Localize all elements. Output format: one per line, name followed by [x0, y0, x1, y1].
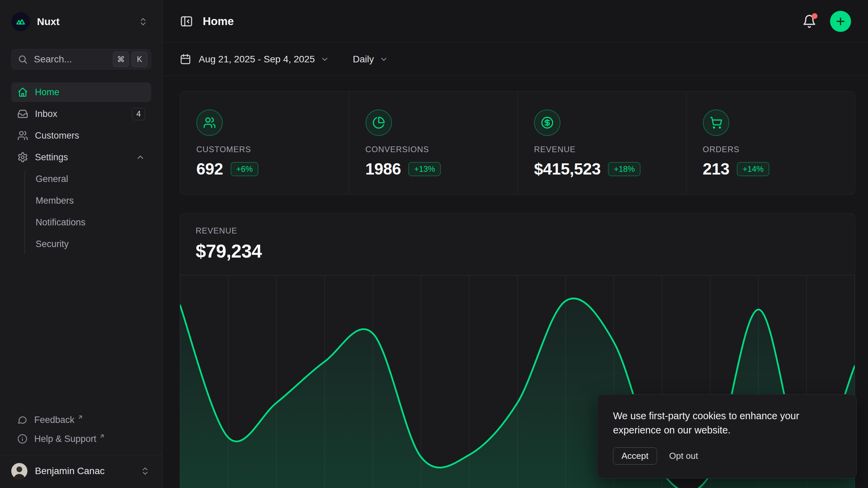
inbox-icon [17, 108, 28, 119]
accept-button[interactable]: Accept [613, 447, 657, 465]
settings-subnav: General Members Notifications Security [11, 169, 151, 256]
revenue-chart-header: REVENUE $79,234 [180, 214, 855, 262]
sidebar-item-label: Customers [35, 130, 79, 141]
stat-label: ORDERS [703, 145, 845, 154]
stat-label: CUSTOMERS [196, 145, 339, 154]
sidebar-nav: Home Inbox 4 Customers Settings [11, 82, 151, 258]
pie-chart-icon [366, 109, 392, 136]
stat-card-conversions[interactable]: CONVERSIONS 1986 +13% [349, 92, 518, 195]
chevrons-up-down-icon [138, 17, 148, 26]
message-circle-icon [17, 415, 27, 425]
users-icon [196, 109, 223, 136]
cookie-banner: We use first-party cookies to enhance yo… [597, 394, 857, 479]
unread-dot [812, 13, 817, 19]
sidebar-item-security[interactable]: Security [11, 234, 151, 254]
search-icon [18, 54, 28, 64]
sidebar-item-notifications[interactable]: Notifications [11, 212, 151, 232]
date-range-picker[interactable]: Aug 21, 2025 - Sep 4, 2025 [180, 54, 329, 65]
cookie-message: We use first-party cookies to enhance yo… [613, 409, 841, 437]
stat-card-revenue[interactable]: REVENUE $415,523 +18% [517, 92, 686, 195]
stats-row: CUSTOMERS 692 +6% CONVERSIONS 1986 +13% [180, 91, 855, 195]
external-link-icon [77, 414, 83, 420]
sidebar-item-inbox[interactable]: Inbox 4 [11, 104, 151, 124]
stat-delta-badge: +13% [408, 162, 441, 176]
granularity-value: Daily [353, 54, 374, 65]
page-title: Home [203, 15, 234, 28]
help-support-link[interactable]: Help & Support [11, 429, 151, 448]
stat-value: 692 [196, 160, 223, 178]
external-link-icon [99, 433, 105, 439]
revenue-chart-label: REVENUE [196, 226, 839, 236]
inbox-unread-badge: 4 [132, 108, 145, 120]
search-input[interactable]: Search... ⌘ K [11, 49, 151, 69]
gear-icon [17, 152, 28, 163]
stat-delta-badge: +6% [231, 162, 259, 176]
footer-item-label: Feedback [34, 415, 75, 425]
stat-delta-badge: +14% [737, 162, 769, 176]
stat-value: 213 [703, 160, 730, 178]
sidebar-item-label: Home [35, 87, 59, 98]
nuxt-logo-icon [11, 12, 30, 31]
topbar: Home [163, 0, 868, 43]
avatar [11, 463, 27, 479]
sidebar-item-customers[interactable]: Customers [11, 126, 151, 145]
topbar-actions [802, 11, 851, 32]
panel-left-close-icon [180, 15, 193, 28]
granularity-select[interactable]: Daily [353, 54, 388, 65]
stat-label: CONVERSIONS [366, 145, 508, 154]
house-icon [17, 87, 28, 98]
info-circle-icon [17, 434, 27, 444]
opt-out-button[interactable]: Opt out [669, 451, 698, 461]
cookie-actions: Accept Opt out [613, 447, 841, 465]
sidebar-item-members[interactable]: Members [11, 191, 151, 210]
stat-card-orders[interactable]: ORDERS 213 +14% [686, 92, 855, 195]
sidebar-item-home[interactable]: Home [11, 82, 151, 102]
sidebar-item-settings[interactable]: Settings [11, 147, 151, 167]
footer-item-label: Help & Support [34, 434, 96, 444]
date-range-value: Aug 21, 2025 - Sep 4, 2025 [199, 54, 315, 65]
kbd-cmd: ⌘ [113, 52, 129, 67]
sidebar-item-label: Settings [35, 152, 68, 163]
sidebar: Nuxt Search... ⌘ K Home [0, 0, 163, 488]
sidebar-item-general[interactable]: General [11, 169, 151, 189]
stat-delta-badge: +18% [608, 162, 640, 176]
app-root: Nuxt Search... ⌘ K Home [0, 0, 868, 488]
plus-icon [835, 16, 846, 27]
users-icon [17, 130, 28, 141]
sidebar-item-label: Inbox [35, 109, 57, 119]
chevron-down-icon [379, 55, 388, 64]
add-new-button[interactable] [830, 11, 851, 32]
user-name: Benjamin Canac [35, 466, 104, 476]
shopping-cart-icon [703, 109, 729, 136]
sidebar-divider [0, 455, 162, 455]
calendar-icon [180, 54, 191, 65]
user-menu[interactable]: Benjamin Canac [11, 463, 151, 479]
revenue-chart-value: $79,234 [196, 240, 839, 262]
stat-value: $415,523 [534, 160, 600, 178]
stat-card-customers[interactable]: CUSTOMERS 692 +6% [180, 92, 349, 195]
circle-dollar-icon [534, 109, 560, 136]
workspace-name: Nuxt [37, 16, 60, 27]
chevrons-up-down-icon [140, 466, 150, 476]
filter-toolbar: Aug 21, 2025 - Sep 4, 2025 Daily [163, 43, 868, 76]
collapse-sidebar-button[interactable] [180, 15, 193, 28]
search-placeholder: Search... [34, 54, 110, 65]
kbd-k: K [132, 52, 147, 67]
stat-label: REVENUE [534, 145, 676, 154]
chevron-down-icon [320, 55, 329, 64]
stat-value: 1986 [366, 160, 401, 178]
notifications-button[interactable] [802, 14, 816, 28]
feedback-link[interactable]: Feedback [11, 410, 151, 429]
chevron-up-icon [136, 152, 145, 162]
sidebar-footer: Feedback Help & Support [11, 410, 151, 479]
workspace-switcher[interactable]: Nuxt [11, 11, 151, 32]
